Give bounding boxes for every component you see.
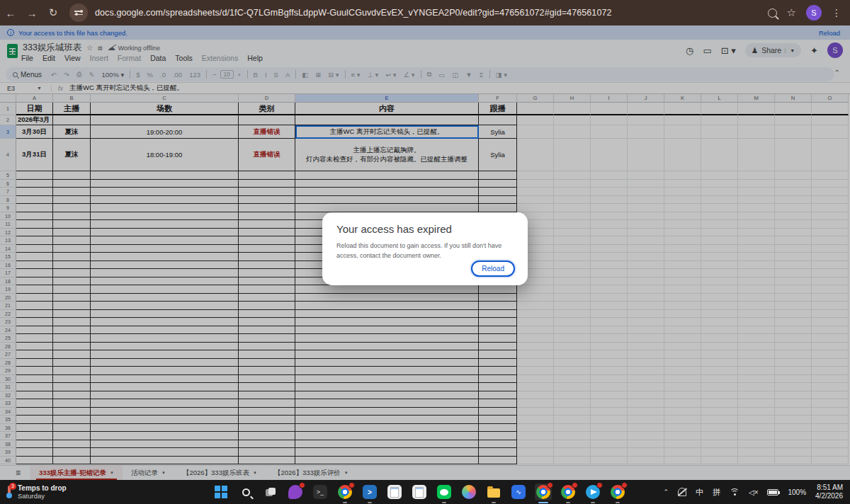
notepad-icon-1[interactable]	[386, 483, 403, 500]
battery-icon[interactable]	[767, 489, 778, 496]
tray-time: 8:51 AM	[815, 483, 843, 493]
chrome-profile-icon[interactable]	[336, 483, 353, 500]
start-button[interactable]	[212, 483, 230, 500]
powershell-icon[interactable]: >	[361, 483, 378, 500]
running-indicator	[566, 502, 570, 504]
tray-date: 4/2/2026	[815, 492, 843, 501]
notification-badge	[572, 482, 578, 488]
dialog-body: Reload this document to gain access. If …	[336, 241, 514, 261]
notification-badge	[547, 482, 553, 488]
dialog-reload-button[interactable]: Reload	[471, 260, 515, 277]
address-bar[interactable]: docs.google.com/spreadsheets/d/1fC-Q7LGm…	[95, 8, 612, 18]
system-tray: ⌃ 中 拼 ◁× 100% 8:51 AM 4/2/2026	[663, 483, 850, 501]
site-settings-icon[interactable]	[69, 4, 88, 22]
terminal-icon[interactable]: >_	[312, 483, 329, 500]
wifi-icon[interactable]	[730, 488, 740, 496]
taskbar-icons: >_>∿	[212, 483, 626, 500]
chrome-active-icon[interactable]	[535, 483, 552, 500]
back-icon[interactable]: ←	[0, 7, 21, 19]
running-indicator	[616, 502, 620, 504]
running-indicator	[343, 502, 347, 504]
notification-badge	[299, 482, 305, 488]
notification-badge	[348, 482, 355, 488]
stats-app-icon[interactable]: ∿	[510, 483, 527, 500]
running-indicator	[591, 502, 595, 504]
access-expired-dialog: Your access has expired Reload this docu…	[322, 212, 528, 285]
windows-taskbar: 3 Temps to drop Saturday >_>∿ ⌃ 中 拼 ◁× 1…	[0, 480, 850, 504]
telegram-icon[interactable]	[584, 483, 601, 500]
bookmark-star-icon[interactable]: ☆	[787, 6, 796, 19]
notifications-off-icon[interactable]	[678, 488, 686, 496]
page-content: i Your access to this file has changed. …	[0, 25, 850, 480]
search-button[interactable]	[237, 483, 254, 500]
volume-muted-icon[interactable]: ◁×	[749, 488, 759, 496]
chrome-icon-3[interactable]	[609, 483, 626, 500]
running-indicator	[492, 502, 496, 504]
thermometer-icon: 3	[6, 485, 13, 499]
ime-mode-button[interactable]: 拼	[713, 487, 720, 498]
running-indicator	[538, 502, 548, 504]
tray-overflow-icon[interactable]: ⌃	[663, 488, 669, 496]
reload-icon[interactable]: ↻	[42, 6, 64, 19]
browser-toolbar: ← → ↻ docs.google.com/spreadsheets/d/1fC…	[0, 0, 850, 25]
task-view-button[interactable]	[262, 483, 279, 500]
notification-badge	[621, 482, 628, 488]
notification-badge	[596, 482, 603, 488]
clock[interactable]: 8:51 AM 4/2/2026	[815, 483, 843, 501]
chrome-icon-2[interactable]	[560, 483, 577, 500]
ime-language-button[interactable]: 中	[696, 487, 703, 498]
search-tabs-icon[interactable]	[768, 8, 777, 18]
widget-badge: 3	[9, 483, 16, 490]
forward-icon[interactable]: →	[21, 7, 42, 19]
file-explorer-icon[interactable]	[485, 483, 502, 500]
browser-menu-icon[interactable]: ⋮	[832, 7, 842, 18]
weather-widget[interactable]: 3 Temps to drop Saturday	[0, 484, 212, 500]
running-indicator	[368, 502, 372, 504]
copilot-icon[interactable]	[460, 483, 477, 500]
screen: ← → ↻ docs.google.com/spreadsheets/d/1fC…	[0, 0, 850, 504]
pinned-app-icon[interactable]	[287, 483, 304, 500]
browser-profile-avatar[interactable]: S	[806, 5, 822, 21]
widget-subtext: Saturday	[18, 492, 67, 500]
battery-percent: 100%	[788, 488, 806, 496]
dialog-title: Your access has expired	[336, 223, 514, 235]
line-app-icon[interactable]	[436, 483, 453, 500]
running-indicator	[442, 502, 446, 504]
notepad-icon-2[interactable]	[411, 483, 428, 500]
widget-headline: Temps to drop	[18, 484, 67, 492]
